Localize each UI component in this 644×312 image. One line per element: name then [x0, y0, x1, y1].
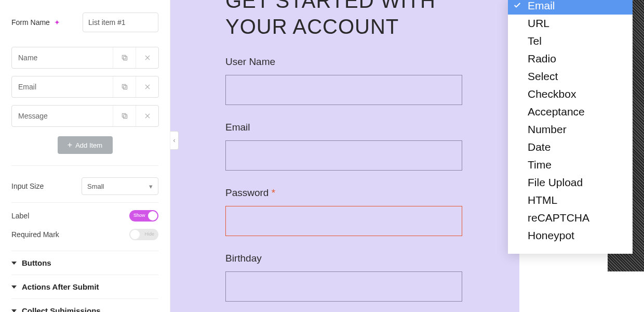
divider: [11, 202, 158, 203]
field-type-dropdown[interactable]: Email URL Tel Radio Select Checkbox Acce…: [508, 0, 633, 254]
password-input[interactable]: [225, 206, 462, 236]
required-mark-row: Required Mark Hide: [11, 229, 158, 240]
required-mark-toggle[interactable]: Hide: [129, 229, 158, 240]
form-name-row: Form Name ✦: [11, 12, 158, 32]
chevron-left-icon: ‹: [173, 137, 176, 144]
duplicate-icon[interactable]: [113, 76, 136, 97]
svg-rect-4: [123, 86, 127, 89]
accordion-collect-submissions[interactable]: Collect Subimissions: [11, 298, 158, 312]
field-item-name[interactable]: Name: [11, 47, 159, 69]
dropdown-option-tel[interactable]: Tel: [508, 32, 633, 50]
form-name-input[interactable]: [83, 12, 158, 32]
dropdown-option-date[interactable]: Date: [508, 138, 633, 156]
caret-down-icon: [11, 262, 17, 265]
field-label: User Name: [225, 56, 467, 68]
caret-down-icon: [11, 285, 17, 289]
accordion-actions-after-submit[interactable]: Actions After Submit: [11, 275, 158, 298]
dropdown-option-html[interactable]: HTML: [508, 191, 633, 209]
username-input[interactable]: [225, 75, 462, 105]
dropdown-option-radio[interactable]: Radio: [508, 50, 633, 68]
required-mark-label: Required Mark: [11, 230, 59, 239]
chevron-down-icon: ▾: [149, 183, 153, 190]
field-item-email[interactable]: Email: [11, 76, 159, 98]
field-item-label: Email: [12, 76, 113, 97]
form-name-label: Form Name ✦: [11, 18, 83, 27]
divider: [11, 165, 158, 166]
email-input[interactable]: [225, 140, 462, 171]
field-block-birthday: Birthday: [225, 253, 467, 302]
field-item-message[interactable]: Message: [11, 105, 159, 127]
dropdown-option-email[interactable]: Email: [508, 0, 633, 15]
field-item-label: Message: [12, 106, 113, 126]
dropdown-option-time[interactable]: Time: [508, 156, 633, 174]
svg-rect-1: [122, 55, 126, 59]
input-size-row: Input Size Small ▾: [11, 177, 158, 195]
label-toggle[interactable]: Show: [129, 210, 158, 222]
collapse-panel-button[interactable]: ‹: [170, 131, 179, 150]
dropdown-option-acceptance[interactable]: Acceptance: [508, 103, 633, 121]
form-title: GET STARTED WITH YOUR ACCOUNT: [225, 0, 467, 40]
field-label: Email: [225, 122, 467, 133]
field-item-label: Name: [12, 47, 113, 68]
required-star-icon: *: [272, 187, 275, 198]
plus-icon: +: [68, 141, 72, 149]
caret-down-icon: [11, 309, 17, 313]
close-icon[interactable]: [136, 106, 158, 126]
dropdown-option-checkbox[interactable]: Checkbox: [508, 85, 633, 103]
accordion-buttons[interactable]: Buttons: [11, 251, 158, 275]
field-label: Birthday: [225, 253, 467, 264]
check-icon: [513, 1, 521, 9]
dropdown-option-file-upload[interactable]: File Upload: [508, 174, 633, 191]
right-column: Email URL Tel Radio Select Checkbox Acce…: [519, 0, 644, 312]
svg-rect-9: [122, 113, 126, 117]
svg-rect-8: [123, 115, 127, 119]
birthday-input[interactable]: [225, 271, 462, 302]
ai-sparkle-icon[interactable]: ✦: [54, 18, 60, 27]
svg-rect-0: [123, 57, 127, 60]
label-toggle-row: Label Show: [11, 210, 158, 222]
dropdown-option-honeypot[interactable]: Honeypot: [508, 227, 633, 244]
dropdown-option-recaptcha[interactable]: reCAPTCHA: [508, 209, 633, 227]
duplicate-icon[interactable]: [113, 106, 136, 126]
svg-rect-5: [122, 84, 126, 88]
settings-sidebar: Form Name ✦ Name Email Message: [0, 0, 170, 312]
input-size-label: Input Size: [11, 182, 44, 190]
field-label: Password *: [225, 187, 467, 199]
input-size-select[interactable]: Small ▾: [82, 177, 158, 195]
dropdown-option-select[interactable]: Select: [508, 68, 633, 85]
label-setting-label: Label: [11, 212, 29, 220]
field-block-password: Password *: [225, 187, 467, 236]
dropdown-option-number[interactable]: Number: [508, 121, 633, 138]
duplicate-icon[interactable]: [113, 47, 136, 68]
field-block-email: Email: [225, 122, 467, 171]
form-preview: GET STARTED WITH YOUR ACCOUNT User Name …: [170, 0, 519, 312]
close-icon[interactable]: [136, 47, 158, 68]
close-icon[interactable]: [136, 76, 158, 97]
dropdown-option-url[interactable]: URL: [508, 15, 633, 32]
field-block-username: User Name: [225, 56, 467, 105]
field-list: Name Email Message: [11, 47, 158, 127]
add-item-button[interactable]: + Add Item: [58, 136, 113, 154]
